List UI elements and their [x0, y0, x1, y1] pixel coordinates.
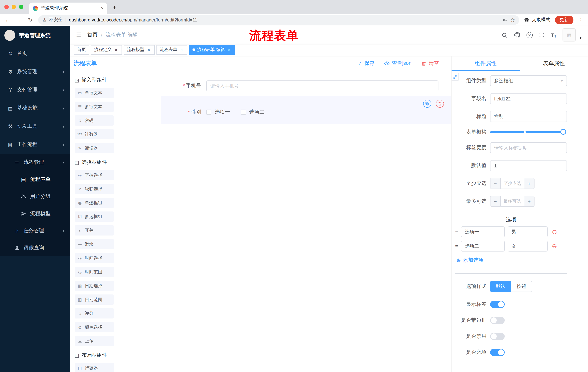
drag-handle-icon[interactable]: ≡ [455, 243, 458, 249]
forward-button[interactable]: → [16, 17, 22, 23]
help-icon[interactable]: ? [526, 32, 533, 38]
address-bar[interactable]: ⚠ 不安全 | dashboard.yudao.iocoder.cn/bpm/m… [38, 15, 519, 25]
decrease-button[interactable]: − [491, 196, 501, 206]
user-menu-caret-icon[interactable]: ▼ [579, 36, 582, 40]
breadcrumb-home[interactable]: 首页 [87, 32, 98, 38]
palette-item-date-range[interactable]: ▥日期范围 [74, 295, 114, 305]
style-button-button[interactable]: 按钮 [511, 281, 532, 292]
font-size-icon[interactable]: TT [551, 32, 556, 38]
remove-option-icon[interactable]: ⊖ [552, 243, 557, 249]
browser-tab[interactable]: 芋道管理系统 × [29, 2, 107, 14]
tag-home[interactable]: 首页 [74, 45, 89, 54]
new-tab-button[interactable]: + [110, 3, 120, 13]
sidebar-item-payment[interactable]: ¥ 支付管理 ▾ [0, 81, 70, 99]
view-json-button[interactable]: 查看json [384, 60, 411, 67]
label-width-input[interactable] [490, 142, 567, 153]
browser-menu-icon[interactable]: ⋮ [578, 17, 584, 23]
tag-process-form-edit[interactable]: 流程表单-编辑 × [189, 45, 235, 54]
option-value-input[interactable] [507, 241, 547, 252]
tag-process-form[interactable]: 流程表单 × [157, 45, 187, 54]
tag-process-definition[interactable]: 流程定义 × [91, 45, 122, 54]
sidebar-item-task-management[interactable]: ⋔ 任务管理 ▾ [0, 222, 70, 239]
option-name-input[interactable] [461, 226, 504, 237]
field-name-input[interactable] [490, 93, 567, 104]
palette-item-upload[interactable]: ☁上传 [74, 336, 114, 346]
github-icon[interactable] [514, 32, 520, 38]
sidebar-item-home[interactable]: ⊚ 首页 [0, 44, 70, 63]
palette-item-rate[interactable]: ☆评分 [74, 308, 114, 319]
tag-close-icon[interactable]: × [179, 47, 184, 52]
required-toggle[interactable] [490, 349, 505, 356]
tag-close-icon[interactable]: × [114, 47, 119, 52]
palette-item-radio-group[interactable]: ◉单选框组 [74, 198, 114, 208]
palette-item-multi-line-text[interactable]: ☰多行文本 [74, 102, 114, 112]
slider-handle[interactable] [560, 129, 566, 135]
window-zoom-button[interactable] [19, 5, 23, 9]
canvas-field-gender-selected[interactable]: *性别 选项一 选项二 [161, 96, 451, 124]
palette-item-switch[interactable]: ◐开关 [74, 225, 114, 235]
border-toggle[interactable] [490, 317, 505, 324]
palette-item-time-picker[interactable]: ◷时间选择 [74, 253, 114, 263]
palette-item-select[interactable]: ◎下拉选择 [74, 170, 114, 180]
password-key-icon[interactable] [503, 17, 508, 22]
option-name-input[interactable] [461, 241, 504, 252]
delete-component-icon[interactable] [436, 100, 444, 108]
sidebar-item-process-form[interactable]: ▤ 流程表单 [0, 171, 70, 188]
increase-button[interactable]: + [524, 178, 534, 189]
hamburger-icon[interactable]: ☰ [76, 31, 82, 39]
decrease-button[interactable]: − [491, 178, 501, 189]
default-value-input[interactable] [490, 160, 567, 171]
palette-item-single-line-text[interactable]: ▭单行文本 [74, 88, 114, 98]
phone-input[interactable] [206, 80, 439, 91]
tag-close-icon[interactable]: × [227, 47, 232, 52]
palette-item-counter[interactable]: 123计数器 [74, 129, 114, 139]
palette-item-checkbox-group[interactable]: ☑多选框组 [74, 212, 114, 222]
search-icon[interactable] [501, 32, 508, 38]
disabled-toggle[interactable] [490, 333, 505, 340]
palette-item-time-range[interactable]: ◶时间范围 [74, 267, 114, 277]
palette-item-color-picker[interactable]: ⊛颜色选择 [74, 322, 114, 332]
app-logo[interactable]: 芋道管理系统 [0, 26, 70, 44]
reload-button[interactable]: ↻ [27, 17, 33, 23]
fullscreen-icon[interactable] [539, 32, 545, 38]
sidebar-item-system[interactable]: ⚙ 系统管理 ▾ [0, 63, 70, 81]
sidebar-item-infrastructure[interactable]: ▤ 基础设施 ▾ [0, 99, 70, 117]
clear-button[interactable]: 清空 [421, 60, 439, 67]
tab-form-props[interactable]: 表单属性 [520, 56, 588, 71]
back-button[interactable]: ← [4, 17, 11, 23]
tag-close-icon[interactable]: × [146, 47, 151, 52]
sidebar-item-workflow[interactable]: ▦ 工作流程 ▴ [0, 135, 70, 154]
palette-item-date-picker[interactable]: ▦日期选择 [74, 281, 114, 291]
palette-item-slider[interactable]: ⊷滑块 [74, 239, 114, 249]
max-select-value[interactable]: 最多可选 [501, 196, 524, 206]
canvas-field-phone[interactable]: *手机号 [161, 80, 451, 91]
window-minimize-button[interactable] [12, 5, 16, 9]
gender-option1-checkbox[interactable]: 选项一 [206, 109, 230, 115]
sidebar-item-process-management[interactable]: ≣ 流程管理 ▴ [0, 154, 70, 171]
palette-item-cascader[interactable]: ⋎级联选择 [74, 184, 114, 194]
copy-component-icon[interactable] [423, 100, 431, 108]
show-label-toggle[interactable] [490, 301, 505, 308]
tag-process-model[interactable]: 流程模型 × [124, 45, 155, 54]
bookmark-star-icon[interactable]: ☆ [510, 17, 515, 23]
palette-item-editor[interactable]: ✎编辑器 [74, 143, 114, 153]
component-type-select[interactable]: 多选框组 ▾ [490, 75, 567, 86]
remove-option-icon[interactable]: ⊖ [552, 229, 557, 235]
style-default-button[interactable]: 默认 [490, 281, 511, 292]
palette-item-password[interactable]: ◘密码 [74, 115, 114, 126]
add-option-button[interactable]: ⊕ 添加选项 [456, 257, 567, 264]
sidebar-item-leave-query[interactable]: 请假查询 [0, 239, 70, 256]
link-icon[interactable] [452, 73, 459, 81]
min-select-value[interactable]: 至少应选 [501, 178, 524, 189]
sidebar-item-devtools[interactable]: ⚒ 研发工具 ▾ [0, 117, 70, 135]
option-value-input[interactable] [507, 226, 547, 237]
sidebar-item-user-group[interactable]: 用户分组 [0, 188, 70, 205]
save-button[interactable]: ✓ 保存 [358, 60, 374, 67]
palette-item-row-container[interactable]: ◫行容器 [74, 363, 114, 372]
grid-slider[interactable] [490, 131, 563, 133]
sidebar-item-process-model[interactable]: 流程模型 [0, 205, 70, 222]
increase-button[interactable]: + [524, 196, 534, 206]
window-close-button[interactable] [4, 5, 9, 9]
title-input[interactable] [490, 111, 567, 122]
tab-close-icon[interactable]: × [101, 5, 104, 11]
